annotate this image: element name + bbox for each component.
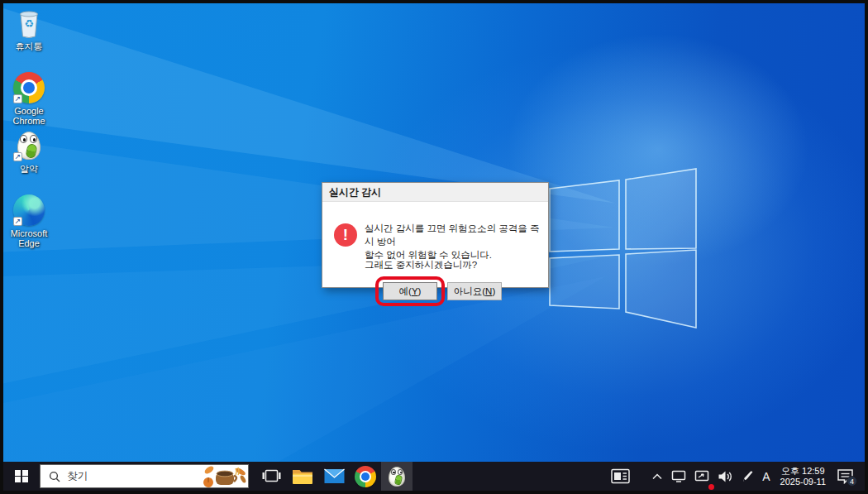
ime-indicator[interactable]: A bbox=[758, 462, 774, 491]
chrome-icon bbox=[355, 466, 376, 487]
desktop-icon-recycle-bin[interactable]: ♻ 휴지통 bbox=[4, 7, 54, 51]
no-button[interactable]: 아니요(N) bbox=[447, 282, 502, 300]
ime-mode-label: A bbox=[762, 470, 770, 483]
taskbar: 찾기 bbox=[3, 462, 865, 491]
chrome-icon: ↗ bbox=[12, 71, 45, 104]
display-icon bbox=[671, 470, 686, 482]
news-icon bbox=[611, 468, 630, 484]
notification-badge: 4 bbox=[847, 476, 857, 487]
yes-button[interactable]: 예(Y) bbox=[383, 282, 437, 300]
action-center-button[interactable]: 4 bbox=[832, 462, 861, 491]
shortcut-arrow-icon: ↗ bbox=[13, 217, 22, 226]
folder-icon bbox=[292, 468, 313, 485]
mail-button[interactable] bbox=[318, 462, 350, 491]
desktop-icon-label: Google Chrome bbox=[4, 106, 54, 126]
taskbar-clock[interactable]: 오후 12:59 2025-09-11 bbox=[775, 466, 832, 487]
windows-desktop-screenshot: ♻ 휴지통 ↗ Google Chrome ↗ 알약 ↗ Microsoft E… bbox=[0, 0, 868, 494]
clock-time: 오후 12:59 bbox=[780, 466, 826, 477]
shortcut-arrow-icon: ↗ bbox=[13, 94, 22, 103]
file-explorer-button[interactable] bbox=[287, 462, 318, 491]
realtime-monitoring-dialog: 실시간 감시 ! 실시간 감시를 끄면 위험요소의 공격을 즉시 방어 할수 없… bbox=[322, 182, 549, 288]
desktop-icon-label: 휴지통 bbox=[16, 41, 43, 51]
autumn-coffee-doodle-icon[interactable] bbox=[202, 465, 248, 488]
alyac-icon: ↗ bbox=[12, 129, 45, 162]
cast-alert-icon bbox=[694, 470, 709, 482]
search-icon bbox=[49, 471, 60, 482]
edge-icon: ↗ bbox=[12, 194, 45, 227]
search-input[interactable]: 찾기 bbox=[40, 464, 249, 488]
pen-icon bbox=[741, 470, 754, 483]
shortcut-arrow-icon: ↗ bbox=[13, 152, 22, 161]
dialog-title: 실시간 감시 bbox=[329, 185, 381, 199]
desktop-icon-label: Microsoft Edge bbox=[4, 228, 54, 248]
clock-date: 2025-09-11 bbox=[780, 477, 826, 487]
desktop-icon-microsoft-edge[interactable]: ↗ Microsoft Edge bbox=[4, 194, 54, 248]
windows-logo-wallpaper-icon bbox=[541, 161, 703, 335]
show-hidden-icons-button[interactable] bbox=[647, 462, 667, 491]
alyac-icon bbox=[388, 466, 406, 487]
dialog-body: ! 실시간 감시를 끄면 위험요소의 공격을 즉시 방어 할수 없어 위험할 수… bbox=[322, 202, 548, 288]
dialog-question: 그래도 중지하시겠습니까? bbox=[365, 259, 477, 271]
alyac-taskbar-button[interactable] bbox=[381, 462, 413, 491]
news-widget-button[interactable] bbox=[607, 462, 634, 491]
pen-tray-button[interactable] bbox=[737, 462, 758, 491]
recycle-symbol: ♻ bbox=[12, 17, 45, 30]
windows-start-icon bbox=[15, 470, 28, 483]
system-tray: A 오후 12:59 2025-09-11 4 bbox=[607, 462, 865, 491]
display-tray-button[interactable] bbox=[667, 462, 690, 491]
search-placeholder: 찾기 bbox=[67, 469, 202, 483]
dialog-message-line1: 실시간 감시를 끄면 위험요소의 공격을 즉시 방어 bbox=[365, 222, 542, 248]
recycle-bin-icon: ♻ bbox=[12, 7, 45, 40]
dialog-message: 실시간 감시를 끄면 위험요소의 공격을 즉시 방어 할수 없어 위험할 수 있… bbox=[365, 222, 542, 261]
desktop-icon-label: 알약 bbox=[20, 164, 38, 174]
warning-icon: ! bbox=[334, 223, 357, 247]
start-button[interactable] bbox=[3, 462, 40, 491]
desktop-icon-google-chrome[interactable]: ↗ Google Chrome bbox=[4, 71, 54, 126]
dialog-titlebar[interactable]: 실시간 감시 bbox=[322, 183, 548, 202]
chevron-up-icon bbox=[651, 472, 663, 481]
volume-tray-button[interactable] bbox=[713, 462, 737, 491]
volume-icon bbox=[718, 470, 732, 483]
desktop-icon-alyac[interactable]: ↗ 알약 bbox=[4, 129, 54, 174]
cast-alert-tray-button[interactable] bbox=[690, 462, 713, 491]
chrome-taskbar-button[interactable] bbox=[350, 462, 381, 491]
task-view-icon bbox=[262, 468, 281, 484]
mail-icon bbox=[324, 468, 345, 484]
alert-dot bbox=[708, 484, 714, 490]
task-view-button[interactable] bbox=[255, 462, 287, 491]
